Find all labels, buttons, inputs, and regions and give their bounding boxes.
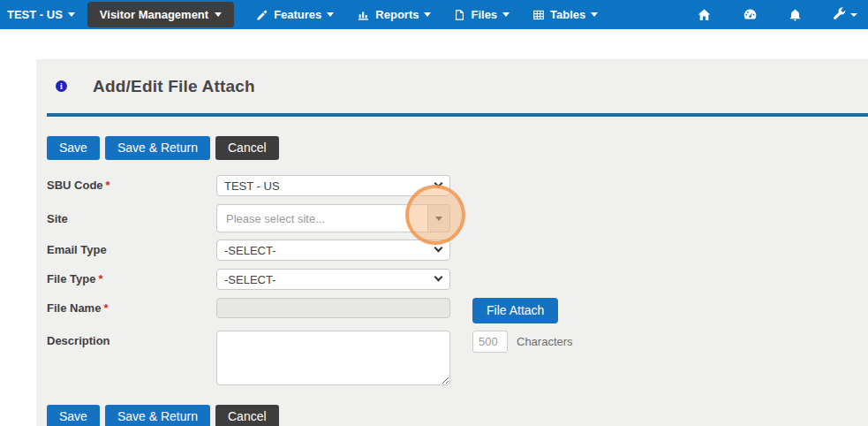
file-name-label: File Name* [47,298,216,315]
site-row: Site [47,204,868,232]
file-type-row: File Type* -SELECT- [47,269,868,290]
top-navbar: TEST - US Visitor Management Features Re… [0,0,868,29]
chevron-down-icon [424,12,431,17]
nav-item-features[interactable]: Features [245,0,345,29]
info-icon[interactable]: i [56,80,67,92]
home-icon [697,8,712,22]
file-name-row: File Name* File Attach [47,298,868,323]
file-attach-col: File Attach [472,298,558,323]
file-name-input [216,298,450,318]
nav-item-reports[interactable]: Reports [345,0,442,29]
page-header: i Add/Edit File Attach [36,59,868,113]
pencil-icon [256,9,268,21]
nav-item-label: Tables [550,8,585,21]
caret-down-icon [435,217,442,221]
sbu-code-select-wrap: TEST - US [216,175,450,196]
site-combobox [216,204,450,232]
sbu-code-select[interactable]: TEST - US [216,175,450,196]
dashboard-icon [742,7,759,22]
save-button[interactable]: Save [47,136,100,160]
wrench-icon [832,7,847,22]
bell-icon [789,8,802,22]
required-asterisk: * [98,272,102,285]
table-icon [532,9,545,21]
dashboard-button[interactable] [742,7,759,22]
file-attach-button[interactable]: File Attach [472,298,558,323]
chevron-down-icon [502,12,509,17]
required-asterisk: * [103,301,108,315]
file-icon [454,9,465,21]
nav-item-visitor-management[interactable]: Visitor Management [87,2,234,27]
char-counter-col: Characters [472,331,573,353]
nav-brand-label: TEST - US [7,8,63,21]
content-panel: i Add/Edit File Attach Save Save & Retur… [36,59,868,426]
file-type-select-wrap: -SELECT- [216,269,450,290]
notifications-button[interactable] [789,8,802,22]
nav-item-label: Reports [375,8,419,21]
char-count-box [472,331,508,353]
email-type-row: Email Type -SELECT- [47,240,868,261]
required-asterisk: * [106,179,110,192]
email-type-select-wrap: -SELECT- [216,240,450,261]
chevron-down-icon [68,12,75,17]
description-field-col [216,331,450,389]
chevron-down-icon [327,12,334,17]
description-textarea[interactable] [216,331,450,385]
file-type-select[interactable]: -SELECT- [216,269,450,290]
description-label: Description [47,331,216,347]
sbu-code-label: SBU Code* [47,175,216,192]
cancel-button[interactable]: Cancel [215,136,279,160]
file-type-label: File Type* [47,269,216,285]
bottom-button-toolbar: Save Save & Return Cancel [36,389,868,426]
save-button-bottom[interactable]: Save [47,405,100,426]
nav-left-group: TEST - US Visitor Management Features Re… [0,0,609,29]
nav-right-group [667,0,868,29]
save-return-button-bottom[interactable]: Save & Return [105,405,210,426]
chevron-down-icon [215,12,222,17]
save-return-button[interactable]: Save & Return [105,136,210,160]
file-name-field-col [216,298,450,318]
char-count-label: Characters [517,331,573,348]
site-label: Site [47,204,216,225]
settings-button[interactable] [832,7,857,22]
nav-brand-dropdown[interactable]: TEST - US [0,0,84,29]
nav-item-files[interactable]: Files [442,0,521,29]
home-button[interactable] [697,8,712,22]
cancel-button-bottom[interactable]: Cancel [215,405,279,426]
email-type-label: Email Type [47,240,216,256]
site-dropdown-button[interactable] [427,204,450,232]
description-row: Description Characters [47,331,868,389]
chevron-down-icon [850,13,857,17]
page-title: Add/Edit File Attach [93,77,255,96]
site-input[interactable] [216,204,427,232]
top-button-toolbar: Save Save & Return Cancel [36,117,868,160]
nav-item-label: Files [471,8,497,21]
bar-chart-icon [357,9,370,21]
file-attach-form: SBU Code* TEST - US Site Email Type -SEL… [36,160,868,389]
email-type-select[interactable]: -SELECT- [216,240,450,261]
sbu-code-row: SBU Code* TEST - US [47,175,868,196]
chevron-down-icon [591,12,598,17]
nav-item-label: Features [274,8,321,21]
nav-active-label: Visitor Management [100,8,208,21]
nav-item-tables[interactable]: Tables [521,0,609,29]
